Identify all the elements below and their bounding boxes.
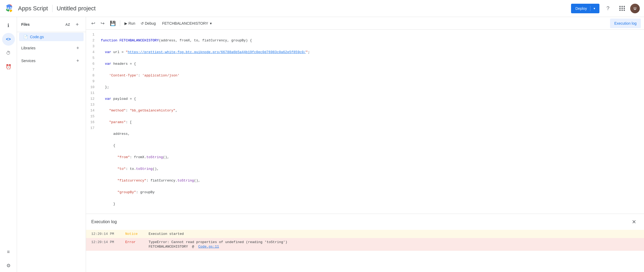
- execution-log-close-button[interactable]: ✕: [629, 217, 639, 227]
- file-icon: 📄: [23, 35, 28, 39]
- log-message-1: Execution started: [149, 232, 639, 236]
- add-service-button[interactable]: +: [74, 57, 81, 64]
- file-list: 📄 Code.gs: [17, 32, 86, 42]
- execution-log-button[interactable]: Execution log: [610, 19, 641, 28]
- undo-button[interactable]: ↩: [89, 19, 97, 28]
- libraries-section[interactable]: Libraries +: [17, 42, 86, 54]
- log-entry-error: 12:20:14 PM Error TypeError: Cannot read…: [86, 238, 644, 251]
- google-apps-button[interactable]: [616, 3, 627, 14]
- structure-icon: ≡: [7, 249, 10, 255]
- sidebar-item-overview[interactable]: ℹ: [2, 19, 15, 32]
- close-icon: ✕: [632, 219, 636, 225]
- function-name: FETCHBALANCEHISTORY: [162, 21, 208, 25]
- add-library-button[interactable]: +: [74, 44, 81, 52]
- execution-log-header: Execution log ✕: [86, 214, 644, 230]
- executions-icon: ⏰: [6, 64, 11, 70]
- code-icon: <>: [6, 37, 11, 42]
- log-level-notice: Notice: [125, 232, 146, 236]
- sidebar-item-structure[interactable]: ≡: [2, 245, 15, 258]
- url-link[interactable]: https://prettiest-white-fog.btc.quiknode…: [128, 50, 306, 54]
- redo-button[interactable]: ↪: [98, 19, 107, 28]
- sort-az-icon: AZ: [65, 23, 70, 27]
- project-name: Untitled project: [57, 5, 96, 12]
- icon-sidebar: ℹ <> ⏱ ⏰ ≡ ⚙: [0, 17, 17, 272]
- log-time-1: 12:20:14 PM: [91, 232, 123, 236]
- google-apps-icon: [619, 6, 624, 11]
- file-item-code-gs[interactable]: 📄 Code.gs: [19, 33, 84, 41]
- run-button[interactable]: ▶ Run: [122, 19, 137, 28]
- editor-area: ↩ ↪ 💾 ▶ Run ↺ Debug FETCHBALANCEHISTORY …: [86, 17, 644, 272]
- log-entry-notice: 12:20:14 PM Notice Execution started: [86, 230, 644, 238]
- add-icon: +: [76, 21, 79, 28]
- app-header: AS Apps Script Untitled project Deploy ▾…: [0, 0, 644, 17]
- libraries-label: Libraries: [21, 46, 36, 50]
- debug-label: Debug: [145, 21, 156, 25]
- logo: AS: [4, 3, 15, 14]
- toolbar: ↩ ↪ 💾 ▶ Run ↺ Debug FETCHBALANCEHISTORY …: [86, 17, 644, 30]
- code-link[interactable]: Code.gs:11: [198, 245, 219, 249]
- sidebar-item-triggers[interactable]: ⏱: [2, 47, 15, 59]
- chevron-down-icon: ▾: [594, 7, 595, 10]
- app-name: Apps Script: [18, 5, 48, 12]
- clock-icon: ⏱: [6, 50, 11, 56]
- execution-log-title: Execution log: [91, 219, 117, 224]
- log-entries: 12:20:14 PM Notice Execution started 12:…: [86, 230, 644, 272]
- save-icon: 💾: [110, 20, 116, 26]
- execution-log-label: Execution log: [614, 21, 637, 25]
- debug-icon: ↺: [141, 21, 144, 25]
- help-button[interactable]: ?: [603, 3, 613, 14]
- line-numbers: 1 2 3 4 5 6 7 8 9 10 11 12 13 14 15 16 1: [86, 30, 99, 214]
- sort-az-button[interactable]: AZ: [63, 20, 72, 29]
- services-section[interactable]: Services +: [17, 54, 86, 67]
- run-icon: ▶: [124, 21, 127, 25]
- log-stack: FETCHBALANCEHISTORY @ Code.gs:11: [149, 245, 639, 249]
- save-button[interactable]: 💾: [108, 19, 118, 28]
- function-selector[interactable]: FETCHBALANCEHISTORY ▾: [159, 19, 215, 28]
- code-content: 1 2 3 4 5 6 7 8 9 10 11 12 13 14 15 16 1: [86, 30, 644, 214]
- file-sidebar-header: Files AZ +: [17, 17, 86, 32]
- sidebar-item-executions[interactable]: ⏰: [2, 61, 15, 73]
- chevron-down-icon: ▾: [210, 21, 212, 25]
- code-editor[interactable]: 1 2 3 4 5 6 7 8 9 10 11 12 13 14 15 16 1: [86, 30, 644, 214]
- deploy-label: Deploy: [575, 6, 587, 11]
- plus-icon: +: [76, 58, 79, 64]
- run-label: Run: [128, 21, 135, 25]
- log-message-stack: TypeError: Cannot read properties of und…: [149, 240, 639, 249]
- gear-icon: ⚙: [6, 263, 11, 269]
- add-file-button[interactable]: +: [73, 20, 81, 29]
- redo-icon: ↪: [101, 20, 105, 26]
- deploy-btn-divider: [590, 6, 590, 11]
- debug-button[interactable]: ↺ Debug: [139, 19, 158, 28]
- code-lines: function FETCHBALANCEHISTORY(address, fr…: [99, 30, 644, 214]
- undo-icon: ↩: [91, 20, 95, 26]
- help-circle-icon: ?: [606, 5, 609, 11]
- sidebar-item-settings[interactable]: ⚙: [2, 259, 15, 272]
- header-divider: [52, 5, 53, 12]
- main-layout: ℹ <> ⏱ ⏰ ≡ ⚙ Files AZ +: [0, 17, 644, 272]
- toolbar-separator-1: [120, 20, 120, 27]
- plus-icon: +: [76, 45, 79, 51]
- log-message-2: TypeError: Cannot read properties of und…: [149, 240, 639, 244]
- svg-text:AS: AS: [7, 6, 12, 11]
- services-label: Services: [21, 59, 36, 63]
- deploy-button[interactable]: Deploy ▾: [571, 4, 599, 13]
- log-time-2: 12:20:14 PM: [91, 240, 123, 244]
- info-icon: ℹ: [7, 23, 9, 28]
- google-logo-icon: AS: [4, 3, 15, 14]
- log-level-error: Error: [125, 240, 146, 244]
- sidebar-item-editor[interactable]: <>: [2, 33, 15, 46]
- user-avatar[interactable]: U: [630, 4, 640, 13]
- file-name: Code.gs: [30, 35, 44, 39]
- file-sidebar-actions: AZ +: [63, 20, 81, 29]
- files-title: Files: [21, 22, 30, 27]
- execution-log-panel: Execution log ✕ 12:20:14 PM Notice Execu…: [86, 214, 644, 272]
- file-sidebar: Files AZ + 📄 Code.gs Libraries + Se: [17, 17, 86, 272]
